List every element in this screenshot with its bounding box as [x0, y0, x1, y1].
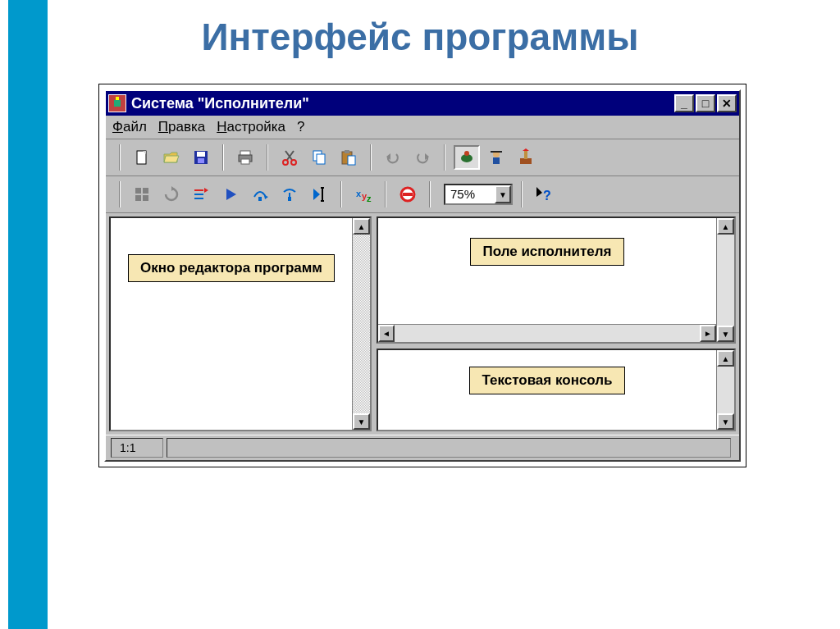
grid-button[interactable]	[129, 182, 155, 207]
console-label: Текстовая консоль	[469, 367, 624, 394]
editor-area[interactable]: Окно редактора программ	[111, 218, 352, 430]
scroll-up-icon[interactable]: ▲	[353, 218, 370, 235]
svg-rect-8	[197, 152, 205, 157]
titlebar: Система "Исполнители" _ □ ✕	[106, 91, 739, 116]
step-over-button[interactable]	[247, 182, 273, 207]
scroll-right-icon[interactable]: ►	[700, 325, 716, 342]
copy-button[interactable]	[306, 145, 332, 170]
maximize-button[interactable]: □	[696, 94, 715, 112]
slide-title: Интерфейс программы	[0, 0, 840, 84]
svg-marker-41	[226, 189, 236, 200]
svg-rect-21	[348, 156, 355, 165]
svg-marker-43	[264, 195, 268, 199]
scroll-down-icon[interactable]: ▼	[717, 413, 734, 430]
field-area[interactable]: Поле исполнителя	[378, 218, 716, 324]
svg-text:z: z	[367, 194, 372, 203]
svg-marker-6	[164, 156, 179, 162]
svg-marker-40	[204, 188, 208, 193]
minimize-button[interactable]: _	[674, 94, 694, 112]
console-area[interactable]: Текстовая консоль	[378, 350, 716, 430]
zoom-dropdown-arrow[interactable]: ▼	[495, 185, 511, 203]
scroll-left-icon[interactable]: ◄	[378, 325, 395, 342]
svg-point-16	[291, 160, 296, 165]
open-button[interactable]	[158, 145, 185, 170]
editor-vscroll[interactable]: ▲ ▼	[352, 218, 370, 430]
svg-rect-2	[116, 97, 119, 100]
svg-rect-30	[524, 151, 527, 159]
turtle-executor-button[interactable]	[454, 145, 480, 170]
drafter-executor-button[interactable]	[513, 145, 539, 170]
menu-settings[interactable]: Настройка	[217, 119, 285, 135]
toolbar-main	[106, 139, 739, 176]
screenshot-frame: Система "Исполнители" _ □ ✕ Файл Правка …	[98, 84, 746, 467]
paste-button[interactable]	[336, 145, 362, 170]
scroll-down-icon[interactable]: ▼	[717, 326, 734, 342]
redo-button[interactable]	[409, 145, 436, 170]
scroll-up-icon[interactable]: ▲	[717, 350, 734, 367]
svg-rect-12	[241, 159, 249, 164]
field-pane: Поле исполнителя ◄ ► ▲ ▼	[377, 217, 736, 344]
svg-rect-27	[493, 157, 500, 164]
svg-marker-46	[313, 189, 320, 200]
svg-text:?: ?	[543, 189, 551, 203]
svg-rect-20	[345, 150, 349, 153]
stop-button[interactable]	[395, 182, 421, 207]
context-help-button[interactable]: ?	[531, 182, 557, 207]
svg-rect-28	[491, 151, 502, 153]
svg-marker-31	[523, 148, 529, 151]
print-button[interactable]	[232, 145, 258, 170]
step-button[interactable]	[188, 182, 214, 207]
svg-rect-34	[135, 195, 141, 201]
undo-button[interactable]	[380, 145, 406, 170]
menu-help[interactable]: ?	[297, 119, 304, 135]
save-button[interactable]	[188, 145, 214, 170]
field-vscroll[interactable]: ▲ ▼	[716, 218, 734, 342]
step-into-button[interactable]	[276, 182, 303, 207]
close-button[interactable]: ✕	[717, 94, 737, 112]
new-button[interactable]	[129, 145, 155, 170]
svg-rect-42	[258, 197, 262, 201]
console-pane: Текстовая консоль ▲ ▼	[377, 349, 736, 431]
zoom-value: 75%	[445, 185, 495, 203]
zoom-select[interactable]: 75% ▼	[444, 184, 513, 205]
toolbar-debug: xyz 75% ▼ ?	[106, 176, 739, 213]
run-button[interactable]	[217, 182, 244, 207]
status-message	[167, 438, 731, 458]
menubar: Файл Правка Настройка ?	[106, 116, 739, 139]
svg-rect-35	[143, 195, 148, 201]
svg-text:x: x	[356, 189, 362, 198]
scroll-up-icon[interactable]: ▲	[717, 218, 734, 235]
editor-label: Окно редактора программ	[128, 254, 335, 282]
editor-pane: Окно редактора программ ▲ ▼	[109, 217, 372, 431]
app-window: Система "Исполнители" _ □ ✕ Файл Правка …	[104, 89, 741, 462]
svg-rect-18	[317, 154, 325, 164]
svg-rect-33	[143, 188, 148, 194]
refresh-button[interactable]	[158, 182, 185, 207]
field-hscroll[interactable]: ◄ ►	[378, 324, 716, 342]
menu-edit[interactable]: Правка	[158, 119, 205, 135]
svg-rect-44	[288, 197, 291, 201]
svg-rect-1	[114, 100, 121, 107]
svg-rect-29	[520, 158, 532, 164]
cursor-position: 1:1	[111, 438, 163, 458]
svg-point-25	[464, 151, 469, 156]
run-to-cursor-button[interactable]	[306, 182, 332, 207]
variables-button[interactable]: xyz	[350, 182, 377, 207]
console-vscroll[interactable]: ▲ ▼	[716, 350, 734, 430]
app-icon	[108, 94, 126, 112]
scroll-down-icon[interactable]: ▼	[353, 413, 370, 430]
svg-point-15	[283, 160, 288, 165]
svg-rect-9	[198, 158, 204, 163]
svg-marker-55	[536, 187, 542, 197]
workspace: Окно редактора программ ▲ ▼ П	[106, 213, 739, 435]
cut-button[interactable]	[276, 145, 303, 170]
menu-file[interactable]: Файл	[112, 119, 147, 135]
statusbar: 1:1	[106, 435, 739, 460]
slide-accent-stripe	[8, 0, 48, 629]
svg-rect-3	[137, 151, 146, 164]
robot-executor-button[interactable]	[483, 145, 509, 170]
svg-rect-54	[403, 193, 413, 196]
window-title: Система "Исполнители"	[131, 95, 673, 112]
svg-rect-32	[135, 188, 141, 194]
field-label: Поле исполнителя	[470, 238, 623, 266]
